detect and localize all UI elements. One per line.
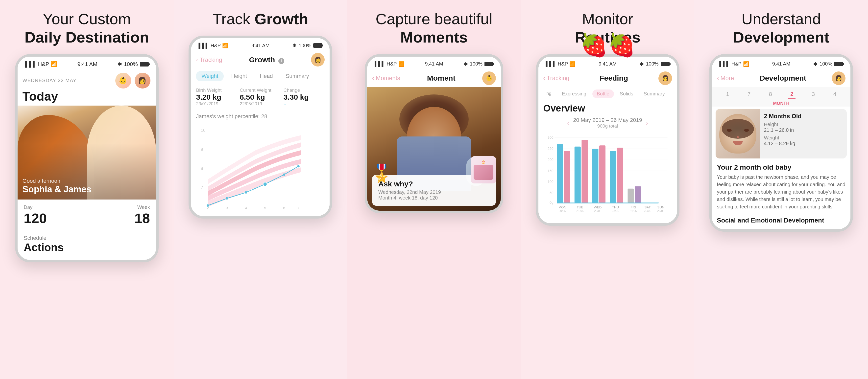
svg-text:21/05: 21/05 bbox=[576, 209, 584, 212]
svg-text:THU: THU bbox=[612, 205, 619, 209]
section2-title: Social and Emotional Development bbox=[717, 216, 845, 224]
panel3-title: Capture beautiful Moments bbox=[376, 10, 492, 47]
phone2-mockup: ▌▌▌ H&P 📶 9:41 AM ✱ 100% ‹ Tracking Grow… bbox=[189, 36, 332, 218]
moments-header: ‹ Moments Moment 👶 bbox=[367, 69, 501, 87]
svg-text:6: 6 bbox=[283, 206, 285, 210]
dev-section2: Social and Emotional Development bbox=[712, 212, 850, 229]
feeding-chart-svg: 300 250 200 150 100 50 0g bbox=[541, 133, 675, 217]
bar-wed-pink bbox=[599, 145, 606, 203]
svg-point-5 bbox=[226, 197, 228, 200]
svg-text:SUN: SUN bbox=[657, 205, 664, 209]
ask-why-overlay: 🎖️ 🎂 Ask why? Wednesday, 22nd May 2019 M… bbox=[367, 170, 501, 211]
gift-decoration: 🎂 bbox=[471, 156, 496, 183]
svg-text:3: 3 bbox=[226, 206, 228, 210]
tab-height[interactable]: Height bbox=[226, 71, 252, 81]
back-moments[interactable]: ‹ Moments bbox=[372, 75, 400, 81]
stat-change: Change 3.30 kg ↑ bbox=[284, 88, 325, 108]
date-navigation: ‹ 20 May 2019 – 26 May 2019 900g total › bbox=[538, 115, 677, 131]
week-value: 18 bbox=[134, 210, 150, 226]
nav-title-dev: Development bbox=[734, 74, 832, 82]
schedule-label: Schedule bbox=[24, 235, 150, 241]
user-name: Sophia & James bbox=[23, 184, 151, 195]
hero-text: Good afternoon, Sophia & James bbox=[23, 178, 151, 195]
signal-icon: ▌▌▌ bbox=[25, 61, 37, 68]
bat-2: 100% bbox=[299, 43, 311, 48]
svg-text:26/05: 26/05 bbox=[657, 209, 664, 212]
bt-2: ✱ bbox=[292, 42, 297, 48]
month-4[interactable]: 4 bbox=[831, 90, 838, 99]
badge-decoration: 🎖️ bbox=[371, 163, 393, 183]
tab-solids[interactable]: Solids bbox=[615, 90, 638, 98]
svg-text:8: 8 bbox=[201, 166, 204, 171]
svg-text:150: 150 bbox=[548, 169, 554, 173]
back-more[interactable]: ‹ More bbox=[717, 75, 734, 81]
back-tracking[interactable]: ‹ Tracking bbox=[196, 56, 222, 63]
svg-text:10: 10 bbox=[201, 128, 206, 133]
birth-weight-date: 23/01/2019 bbox=[196, 101, 237, 107]
nav-title-moment: Moment bbox=[400, 74, 482, 82]
strawberry-decoration: 🍓🍓 bbox=[580, 32, 636, 58]
tab-ng[interactable]: ng bbox=[542, 90, 556, 98]
svg-text:4: 4 bbox=[245, 206, 247, 210]
carrier-text: H&P bbox=[38, 61, 49, 68]
status-bar-1: ▌▌▌ H&P 📶 9:41 AM ✱ 100% bbox=[18, 57, 156, 70]
tab-summary[interactable]: Summary bbox=[280, 71, 314, 81]
svg-text:0g: 0g bbox=[549, 200, 553, 204]
svg-text:200: 200 bbox=[548, 158, 554, 162]
back-tracking-4[interactable]: ‹ Tracking bbox=[544, 75, 569, 81]
svg-point-9 bbox=[298, 165, 300, 168]
section1-title: Your 2 month old baby bbox=[717, 164, 845, 171]
svg-text:TUE: TUE bbox=[577, 205, 583, 209]
avatar-5: 👩 bbox=[832, 71, 845, 85]
schedule-action: Actions bbox=[24, 241, 150, 254]
month-3[interactable]: 3 bbox=[810, 90, 817, 99]
avatar-parent: 👩 bbox=[134, 72, 151, 89]
birth-weight-label: Birth Weight bbox=[196, 88, 237, 93]
bar-fri-purple bbox=[635, 186, 641, 203]
dev-card-info: 2 Months Old Height 21.1 – 26.0 in Weigh… bbox=[760, 109, 847, 159]
svg-text:24/05: 24/05 bbox=[629, 209, 637, 212]
dev-section1: Your 2 month old baby Your baby is past … bbox=[712, 161, 850, 212]
phone5-mockup: ▌▌▌ H&P 📶 9:41 AM ✱ 100% ‹ More Developm… bbox=[709, 54, 853, 232]
svg-text:25/05: 25/05 bbox=[644, 209, 651, 212]
section1-text: Your baby is past the newborn phase, and… bbox=[717, 173, 845, 210]
month-8[interactable]: 8 bbox=[767, 90, 774, 99]
svg-text:2: 2 bbox=[207, 206, 209, 210]
date-label: WEDNESDAY 22 MAY bbox=[23, 78, 76, 83]
bar-mon-pink bbox=[564, 151, 570, 203]
tab-bottle[interactable]: Bottle bbox=[592, 90, 614, 98]
bluetooth-icon: ✱ bbox=[118, 61, 122, 68]
date-display: WEDNESDAY 22 MAY 👶 👩 bbox=[18, 70, 156, 89]
tab-head[interactable]: Head bbox=[254, 71, 278, 81]
baby-thumbnail bbox=[716, 109, 760, 159]
status-right: ✱ 100% bbox=[118, 61, 149, 68]
growth-header: ‹ Tracking Growth i 👩 bbox=[191, 51, 330, 68]
tab-expressing[interactable]: Expressing bbox=[557, 90, 591, 98]
panel-daily-destination: Your Custom Daily Destination ▌▌▌ H&P 📶 … bbox=[0, 0, 174, 379]
percentile-text: James's weight percentile: 28 bbox=[191, 112, 330, 122]
month-label: MONTH bbox=[712, 100, 850, 107]
panel5-title: Understand Development bbox=[733, 10, 829, 47]
bar-wed-blue bbox=[592, 148, 598, 203]
phone4-mockup: ▌▌▌ H&P 📶 9:41 AM ✱ 100% ‹ Tracking Feed… bbox=[536, 54, 679, 226]
next-week-btn[interactable]: › bbox=[646, 119, 648, 127]
prev-week-btn[interactable]: ‹ bbox=[567, 119, 569, 127]
hero-area: Good afternoon, Sophia & James bbox=[18, 106, 156, 200]
phone3-mockup: ▌▌▌ H&P 📶 9:41 AM ✱ 100% ‹ Moments Momen… bbox=[365, 54, 503, 213]
panel-moments: Capture beautiful Moments ▌▌▌ H&P 📶 9:41… bbox=[347, 0, 521, 379]
svg-text:FRI: FRI bbox=[630, 205, 636, 209]
svg-text:250: 250 bbox=[548, 147, 554, 150]
tab-weight[interactable]: Weight bbox=[196, 71, 224, 81]
month-1[interactable]: 1 bbox=[724, 90, 731, 99]
date-range: 20 May 2019 – 26 May 2019 bbox=[573, 117, 642, 124]
greeting-text: Good afternoon, bbox=[23, 178, 151, 184]
svg-text:MON: MON bbox=[558, 205, 566, 209]
status-bar-4: ▌▌▌ H&P 📶 9:41 AM ✱ 100% bbox=[538, 57, 677, 69]
svg-text:SAT: SAT bbox=[644, 205, 651, 209]
info-icon[interactable]: i bbox=[278, 58, 284, 64]
month-2-active[interactable]: 2 bbox=[788, 90, 795, 99]
overview-title: Overview bbox=[538, 101, 677, 115]
tab-summary-4[interactable]: Summary bbox=[639, 90, 669, 98]
avatar-baby: 👶 bbox=[115, 72, 132, 89]
month-7[interactable]: 7 bbox=[746, 90, 752, 99]
